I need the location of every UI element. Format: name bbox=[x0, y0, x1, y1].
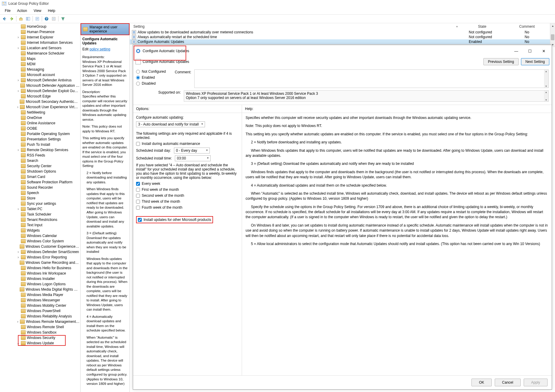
supported-scrollbar[interactable]: ▴▾ bbox=[544, 91, 548, 101]
week2-checkbox[interactable]: Second week of the month bbox=[136, 193, 239, 198]
tree-item[interactable]: Windows Media Player bbox=[0, 292, 80, 298]
chevron-icon[interactable]: › bbox=[16, 78, 21, 83]
help-body[interactable]: Specifies whether this computer will rec… bbox=[242, 113, 552, 375]
tree-item[interactable]: HomeGroup bbox=[0, 24, 80, 29]
tree-item[interactable]: ›Windows Defender SmartScreen bbox=[0, 249, 80, 255]
chevron-icon[interactable]: › bbox=[16, 207, 21, 211]
tree-item[interactable]: Windows Hello for Business bbox=[0, 265, 80, 271]
refresh-button[interactable] bbox=[34, 16, 41, 22]
tree-item[interactable]: Tenant Restrictions bbox=[0, 217, 80, 222]
tree-item[interactable]: Portable Operating System bbox=[0, 131, 80, 137]
chevron-icon[interactable]: › bbox=[16, 148, 21, 152]
comment-textarea[interactable]: ▴▾ bbox=[194, 69, 549, 88]
tree-item[interactable]: Windows Calendar bbox=[0, 233, 80, 238]
scroll-up-icon[interactable]: ▴ bbox=[550, 23, 555, 28]
tree-item[interactable]: NetMeeting bbox=[0, 110, 80, 115]
week4-checkbox[interactable]: Fourth week of the month bbox=[136, 205, 239, 210]
next-setting-button[interactable]: Next Setting bbox=[521, 58, 549, 65]
maximize-button[interactable]: ☐ bbox=[524, 47, 536, 55]
col-state[interactable]: State bbox=[460, 24, 505, 29]
install-maintenance-checkbox[interactable]: Install during automatic maintenance bbox=[136, 142, 239, 146]
tree-item[interactable]: Windows Messenger bbox=[0, 298, 80, 303]
setting-row[interactable]: Always automatically restart at the sche… bbox=[130, 35, 555, 39]
tree-item[interactable]: Internet Information Services bbox=[0, 40, 80, 45]
chevron-icon[interactable]: › bbox=[16, 319, 20, 324]
tree-item[interactable]: Maintenance Scheduler bbox=[0, 51, 80, 56]
tree-item[interactable]: Windows Mobility Center bbox=[0, 303, 80, 308]
tree-item[interactable]: Windows Media Digital Rights Management bbox=[0, 287, 80, 292]
other-products-checkbox[interactable]: Install updates for other Microsoft prod… bbox=[138, 218, 211, 222]
tree-item[interactable]: Store bbox=[0, 196, 80, 201]
tree-item[interactable]: Human Presence bbox=[0, 29, 80, 35]
comment-scrollbar[interactable]: ▴▾ bbox=[544, 70, 548, 88]
forward-button[interactable] bbox=[8, 16, 15, 22]
up-button[interactable] bbox=[18, 16, 24, 22]
tree-item[interactable]: Windows PowerShell bbox=[0, 308, 80, 314]
tree-item[interactable]: Windows Security bbox=[0, 335, 80, 340]
tree-item[interactable]: Software Protection Platform bbox=[0, 179, 80, 185]
tree-item[interactable]: Microsoft Secondary Authentication Facto… bbox=[0, 99, 80, 104]
tree-item[interactable]: ›Microsoft Defender Antivirus bbox=[0, 78, 80, 83]
tree-item[interactable]: Windows Installer bbox=[0, 276, 80, 281]
apply-button[interactable]: Apply bbox=[524, 379, 548, 386]
tree-item[interactable]: MDM bbox=[0, 61, 80, 67]
filter-button[interactable] bbox=[60, 16, 66, 22]
setting-row[interactable]: Allow updates to be downloaded automatic… bbox=[130, 30, 555, 35]
chevron-icon[interactable]: ⌄ bbox=[16, 341, 21, 345]
tree-item[interactable]: Task Scheduler bbox=[0, 212, 80, 217]
chevron-icon[interactable]: › bbox=[16, 255, 21, 260]
tree-item[interactable]: Security Center bbox=[0, 163, 80, 169]
export-button[interactable] bbox=[50, 16, 57, 22]
minimize-button[interactable]: — bbox=[511, 47, 522, 55]
tree-item[interactable]: Windows Color System bbox=[0, 238, 80, 244]
tree-item[interactable]: ›Location and Sensors bbox=[0, 45, 80, 51]
back-button[interactable] bbox=[1, 16, 8, 22]
tree-item[interactable]: Shutdown Options bbox=[0, 169, 80, 174]
ok-button[interactable]: OK bbox=[471, 379, 491, 386]
tree-item[interactable]: Windows Game Recording and Broadcasting bbox=[0, 260, 80, 265]
tree-item[interactable]: Presentation Settings bbox=[0, 137, 80, 142]
tree-item[interactable]: Windows Remote Shell bbox=[0, 324, 80, 330]
radio-enabled[interactable]: Enabled bbox=[136, 75, 166, 80]
week1-checkbox[interactable]: First week of the month bbox=[136, 188, 239, 192]
tree-item[interactable]: OOBE bbox=[0, 126, 80, 131]
tree-item[interactable]: Widgets bbox=[0, 228, 80, 233]
tree-item[interactable]: Sync your settings bbox=[0, 201, 80, 206]
tree-item[interactable]: Windows Ink Workspace bbox=[0, 271, 80, 276]
week3-checkbox[interactable]: Third week of the month bbox=[136, 199, 239, 204]
tree-item[interactable]: Smart Card bbox=[0, 174, 80, 179]
scroll-thumb[interactable] bbox=[551, 34, 554, 40]
previous-setting-button[interactable]: Previous Setting bbox=[483, 58, 518, 65]
tree-item[interactable]: Microsoft Edge bbox=[0, 94, 80, 99]
radio-disabled[interactable]: Disabled bbox=[136, 81, 166, 86]
chevron-icon[interactable]: › bbox=[16, 46, 21, 50]
tree-item[interactable]: RSS Feeds bbox=[0, 153, 80, 158]
tree-item[interactable]: ›Windows Error Reporting bbox=[0, 255, 80, 260]
tree-item[interactable]: Sound Recorder bbox=[0, 185, 80, 190]
radio-not-configured[interactable]: Not Configured bbox=[136, 69, 166, 74]
install-time-select[interactable]: 03:00 bbox=[175, 155, 211, 161]
tree-item[interactable]: Speech bbox=[0, 190, 80, 196]
menu-view[interactable]: View bbox=[31, 8, 44, 14]
tree-item[interactable]: OneDrive bbox=[0, 115, 80, 120]
menu-help[interactable]: Help bbox=[45, 8, 58, 14]
tree-item[interactable]: Windows Logon Options bbox=[0, 281, 80, 287]
setting-row[interactable]: Configure Automatic Updates Enabled No bbox=[130, 39, 555, 44]
close-button[interactable]: ✕ bbox=[538, 47, 549, 55]
tree-item[interactable]: Microsoft Defender Application Guard bbox=[0, 83, 80, 88]
cancel-button[interactable]: Cancel bbox=[495, 379, 521, 386]
help-button[interactable]: ? bbox=[43, 16, 50, 22]
tree-item[interactable]: ›Windows Remote Management (WinRM) bbox=[0, 319, 80, 324]
tree-item[interactable]: Push To Install bbox=[0, 142, 80, 147]
show-hide-button[interactable] bbox=[25, 16, 31, 22]
tree-panel[interactable]: HomeGroupHuman Presence›Internet Explore… bbox=[0, 23, 81, 392]
install-day-select[interactable]: 0 - Every day bbox=[174, 148, 210, 154]
menu-action[interactable]: Action bbox=[14, 8, 30, 14]
chevron-icon[interactable]: › bbox=[16, 35, 21, 40]
tree-item[interactable]: Windows Customer Experience Improvement bbox=[0, 244, 80, 249]
chevron-icon[interactable]: › bbox=[16, 105, 20, 109]
tree-item[interactable]: ›Microsoft Defender Exploit Guard bbox=[0, 88, 80, 94]
tree-item[interactable]: ›Remote Desktop Services bbox=[0, 147, 80, 153]
configure-updating-select[interactable]: 3 - Auto download and notify for install bbox=[136, 121, 205, 127]
chevron-icon[interactable]: › bbox=[16, 250, 21, 254]
